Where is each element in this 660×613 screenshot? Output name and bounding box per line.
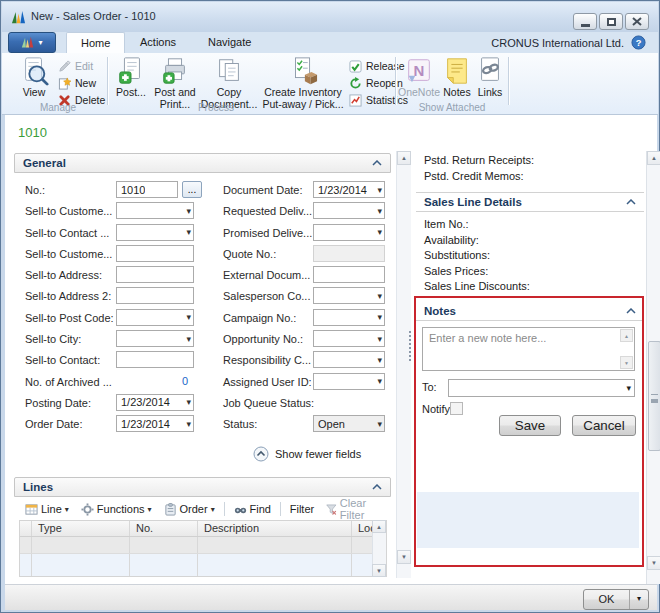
order-menu-button[interactable]: Order▾ (161, 502, 218, 517)
table-cell[interactable] (20, 554, 32, 576)
dropdown-arrow-icon[interactable]: ▾ (186, 334, 191, 344)
note-input[interactable] (423, 328, 634, 370)
ok-button[interactable]: OK ▾ (583, 589, 649, 610)
line-menu-button[interactable]: Line▾ (22, 502, 72, 517)
application-menu-button[interactable]: ▾ (8, 32, 56, 53)
column-header[interactable]: Description (198, 521, 352, 536)
scroll-up-icon[interactable]: ▲ (647, 151, 660, 165)
tab-home[interactable]: Home (66, 32, 125, 53)
scroll-down-icon[interactable]: ▼ (647, 556, 660, 570)
lines-fasttab-header[interactable]: Lines (14, 477, 391, 497)
find-button[interactable]: Find (231, 502, 274, 517)
dropdown-arrow-icon[interactable]: ▾ (186, 419, 191, 429)
tab-navigate[interactable]: Navigate (194, 32, 265, 53)
field-input[interactable]: ▾ (313, 351, 385, 368)
tab-actions[interactable]: Actions (126, 32, 190, 53)
table-cell[interactable] (198, 537, 352, 553)
notes-header[interactable]: Notes (416, 301, 644, 321)
dropdown-arrow-icon[interactable]: ▾ (377, 206, 382, 216)
factbox-scrollbar[interactable]: ▲ ▼ (646, 151, 660, 584)
field-input[interactable]: 1/23/2014▾ (116, 394, 194, 411)
lines-table-scrollbar[interactable]: ▲ ▼ (372, 521, 386, 576)
help-icon[interactable]: ? (631, 35, 646, 50)
dropdown-arrow-icon[interactable]: ▾ (629, 590, 648, 609)
field-input[interactable]: ▾ (116, 309, 194, 326)
field-input[interactable]: ▾ (313, 330, 385, 347)
close-button[interactable] (625, 13, 649, 30)
table-cell[interactable] (32, 537, 130, 553)
functions-menu-button[interactable]: Functions▾ (78, 502, 155, 517)
field-input[interactable]: ▾ (313, 287, 385, 304)
field-input[interactable]: Open▾ (313, 415, 385, 432)
table-cell[interactable] (130, 537, 198, 553)
field-input[interactable]: ▾ (116, 224, 194, 241)
field-label: No. of Archived ... (25, 376, 112, 388)
field-input[interactable] (116, 287, 194, 304)
view-button[interactable]: View (14, 56, 54, 99)
column-header[interactable]: Type (32, 521, 130, 536)
scroll-up-icon[interactable]: ▲ (397, 151, 411, 165)
dropdown-arrow-icon[interactable]: ▾ (186, 206, 191, 216)
field-input[interactable]: ▾ (313, 309, 385, 326)
field-label: Order Date: (25, 418, 82, 430)
dropdown-arrow-icon[interactable]: ▾ (377, 312, 382, 322)
assist-edit-button[interactable]: ... (182, 181, 202, 198)
new-button[interactable]: New (58, 75, 96, 91)
field-input[interactable]: ▾ (313, 202, 385, 219)
lines-body[interactable] (20, 537, 386, 576)
factbox-splitter[interactable] (409, 331, 412, 361)
minimize-button[interactable] (573, 13, 597, 30)
table-row[interactable] (20, 537, 386, 554)
dropdown-arrow-icon[interactable]: ▾ (186, 397, 191, 407)
scroll-up-icon[interactable]: ▲ (620, 329, 633, 342)
dropdown-arrow-icon[interactable]: ▾ (377, 291, 382, 301)
general-fasttab-header[interactable]: General (14, 153, 391, 173)
field-drilldown-link[interactable]: 0 (116, 375, 188, 387)
scroll-down-icon[interactable]: ▼ (397, 550, 411, 564)
field-input[interactable]: ▾ (313, 224, 385, 241)
dropdown-arrow-icon[interactable]: ▾ (377, 376, 382, 386)
table-row[interactable] (20, 554, 386, 576)
dropdown-arrow-icon[interactable]: ▾ (377, 419, 382, 429)
copy-document-icon (214, 56, 244, 86)
field-input[interactable]: ▾ (116, 202, 194, 219)
scroll-down-icon[interactable]: ▼ (372, 564, 386, 577)
dropdown-arrow-icon[interactable]: ▾ (377, 334, 382, 344)
show-fewer-fields-button[interactable]: Show fewer fields (253, 446, 361, 462)
field-row: Responsibility C...▾ (223, 351, 395, 368)
dropdown-arrow-icon[interactable]: ▾ (377, 355, 382, 365)
field-label: Document Date: (223, 184, 302, 196)
to-dropdown[interactable]: ▾ (448, 379, 635, 397)
field-input[interactable] (313, 266, 385, 283)
main-scrollbar[interactable]: ▲ ▼ (396, 151, 411, 578)
field-input[interactable] (116, 245, 194, 262)
field-input[interactable]: 1010 (116, 181, 178, 198)
scroll-down-icon[interactable]: ▼ (620, 356, 633, 369)
table-cell[interactable] (20, 537, 32, 553)
field-label: Responsibility C... (223, 354, 311, 366)
field-input[interactable] (116, 266, 194, 283)
table-cell[interactable] (32, 554, 130, 576)
cancel-button[interactable]: Cancel (572, 415, 636, 436)
scrollbar-thumb[interactable] (648, 341, 660, 451)
table-cell[interactable] (130, 554, 198, 576)
field-input[interactable]: ▾ (116, 330, 194, 347)
post-button[interactable]: Post... (112, 56, 150, 99)
field-input[interactable]: 1/23/2014▾ (116, 415, 194, 432)
save-button[interactable]: Save (499, 415, 561, 436)
maximize-button[interactable] (599, 13, 623, 30)
field-input[interactable]: ▾ (313, 373, 385, 390)
dropdown-arrow-icon[interactable]: ▾ (186, 312, 191, 322)
links-button[interactable]: Links (474, 56, 506, 99)
dropdown-arrow-icon[interactable]: ▾ (377, 227, 382, 237)
filter-button[interactable]: Filter (287, 502, 317, 516)
dropdown-arrow-icon[interactable]: ▾ (377, 185, 382, 195)
scroll-up-icon[interactable]: ▲ (372, 520, 386, 533)
table-cell[interactable] (198, 554, 352, 576)
sales-line-details-header[interactable]: Sales Line Details (416, 192, 644, 212)
column-header[interactable]: No. (130, 521, 198, 536)
field-input[interactable] (116, 351, 194, 368)
dropdown-arrow-icon[interactable]: ▾ (186, 227, 191, 237)
notes-button[interactable]: Notes (441, 56, 473, 99)
field-input[interactable]: 1/23/2014▾ (313, 181, 385, 198)
